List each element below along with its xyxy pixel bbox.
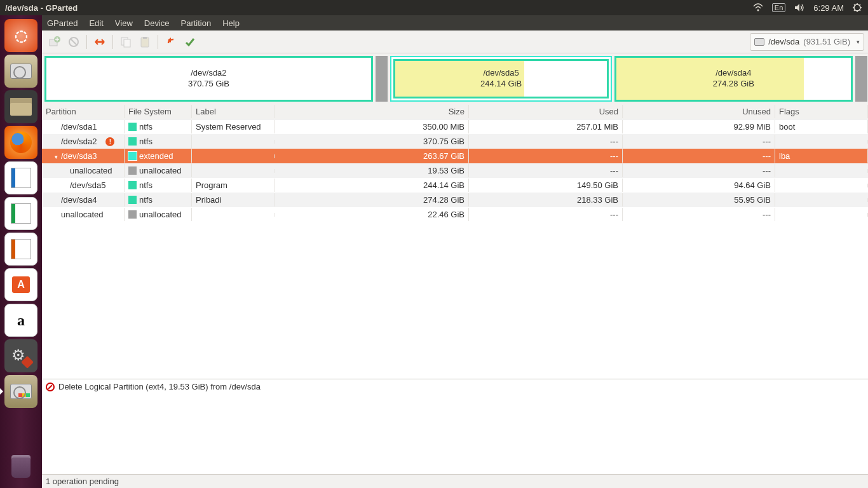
cell-partition: /dev/sda2 <box>61 137 97 146</box>
cell-label <box>192 169 275 173</box>
status-bar: 1 operation pending <box>42 474 868 488</box>
table-row[interactable]: unallocatedunallocated22.46 GiB------ <box>42 207 868 222</box>
cell-flags <box>775 169 868 173</box>
col-label[interactable]: Label <box>192 105 275 118</box>
cell-partition: /dev/sda3 <box>61 151 97 161</box>
cell-used: 149.50 GiB <box>469 179 623 192</box>
cell-filesystem: ntfs <box>139 122 153 132</box>
launcher-disks[interactable] <box>4 55 37 88</box>
menu-device[interactable]: Device <box>144 18 170 28</box>
cell-unused: 92.99 MiB <box>623 120 775 133</box>
warning-icon: ! <box>105 137 114 146</box>
svg-rect-6 <box>124 39 130 47</box>
launcher-impress[interactable] <box>4 233 37 266</box>
cell-filesystem: ntfs <box>139 180 153 190</box>
partition-box-extended[interactable]: /dev/sda5244.14 GiB <box>390 56 612 102</box>
fs-swatch-icon <box>128 166 137 175</box>
toolbar: /dev/sda (931.51 GiB) ▾ <box>42 30 868 53</box>
col-flags[interactable]: Flags <box>775 105 868 118</box>
cell-unused: --- <box>623 149 775 163</box>
svg-rect-8 <box>143 37 147 39</box>
fs-swatch-icon <box>128 196 137 204</box>
launcher-amazon[interactable]: a <box>4 304 37 337</box>
launcher-writer[interactable] <box>4 161 37 194</box>
cell-label <box>192 140 275 144</box>
menu-gparted[interactable]: GParted <box>47 18 78 28</box>
col-partition[interactable]: Partition <box>42 105 125 118</box>
partition-table-header: Partition File System Label Size Used Un… <box>42 104 868 119</box>
cell-used: --- <box>469 149 623 163</box>
device-size: (931.51 GiB) <box>803 37 850 46</box>
table-row[interactable]: /dev/sda4ntfsPribadi274.28 GiB218.33 GiB… <box>42 193 868 207</box>
network-icon[interactable] <box>753 3 763 12</box>
delete-partition-button <box>65 33 83 51</box>
launcher-gparted[interactable] <box>4 375 37 408</box>
launcher-software-center[interactable] <box>4 268 37 301</box>
resize-move-button[interactable] <box>91 33 109 51</box>
menu-partition[interactable]: Partition <box>181 18 212 28</box>
partition-box[interactable]: /dev/sda2370.75 GiB <box>44 56 373 102</box>
col-unused[interactable]: Unused <box>623 105 775 118</box>
cell-used: --- <box>469 164 623 177</box>
delete-icon <box>46 383 55 391</box>
status-text: 1 operation pending <box>46 477 119 486</box>
menu-help[interactable]: Help <box>222 18 240 28</box>
launcher-calc[interactable] <box>4 197 37 230</box>
pending-operations: Delete Logical Partition (ext4, 19.53 Gi… <box>42 379 868 474</box>
unity-launcher: ◌ a <box>0 15 42 488</box>
cell-label: Program <box>192 179 275 192</box>
cell-size: 370.75 GiB <box>275 135 469 148</box>
undo-button[interactable] <box>162 33 180 51</box>
col-size[interactable]: Size <box>275 105 469 118</box>
cell-unused: --- <box>623 164 775 177</box>
cell-flags <box>775 198 868 202</box>
cell-flags: lba <box>775 149 868 163</box>
apply-button[interactable] <box>181 33 199 51</box>
cell-flags <box>775 184 868 187</box>
table-row[interactable]: /dev/sda1ntfsSystem Reserved350.00 MiB25… <box>42 119 868 134</box>
device-name: /dev/sda <box>768 37 799 46</box>
expander-icon[interactable]: ▾ <box>55 154 61 160</box>
pending-operation-row[interactable]: Delete Logical Partition (ext4, 19.53 Gi… <box>42 379 868 394</box>
cell-size: 274.28 GiB <box>275 193 469 207</box>
launcher-firefox[interactable] <box>4 126 37 159</box>
cell-used: 257.01 MiB <box>469 120 623 133</box>
volume-icon[interactable] <box>794 3 804 12</box>
launcher-dash[interactable]: ◌ <box>4 19 37 52</box>
table-row[interactable]: /dev/sda5ntfsProgram244.14 GiB149.50 GiB… <box>42 178 868 193</box>
menu-edit[interactable]: Edit <box>89 18 103 28</box>
cell-partition: /dev/sda5 <box>70 180 105 190</box>
menu-view[interactable]: View <box>115 18 133 28</box>
device-selector[interactable]: /dev/sda (931.51 GiB) ▾ <box>750 33 864 51</box>
partition-table-body: /dev/sda1ntfsSystem Reserved350.00 MiB25… <box>42 119 868 222</box>
cell-used: --- <box>469 208 623 221</box>
operation-text: Delete Logical Partition (ext4, 19.53 Gi… <box>58 382 261 391</box>
table-row[interactable]: unallocatedunallocated19.53 GiB------ <box>42 163 868 178</box>
table-row[interactable]: /dev/sda2!ntfs370.75 GiB------ <box>42 134 868 149</box>
partition-size: 274.28 GiB <box>713 79 754 90</box>
fs-swatch-icon <box>128 181 137 189</box>
cell-flags <box>775 140 868 144</box>
cell-size: 263.67 GiB <box>275 149 469 163</box>
partition-box[interactable]: /dev/sda4274.28 GiB <box>614 56 853 102</box>
cell-flags: boot <box>775 120 868 133</box>
col-used[interactable]: Used <box>469 105 623 118</box>
keyboard-layout-indicator[interactable]: En <box>772 3 785 12</box>
cell-filesystem: ntfs <box>139 195 153 205</box>
cell-size: 244.14 GiB <box>275 179 469 192</box>
chevron-down-icon: ▾ <box>857 39 860 45</box>
launcher-files[interactable] <box>4 90 37 123</box>
launcher-trash[interactable] <box>4 450 37 483</box>
cell-size: 350.00 MiB <box>275 120 469 133</box>
cell-filesystem: extended <box>139 151 173 161</box>
launcher-settings[interactable] <box>4 339 37 372</box>
partition-gap <box>376 56 388 102</box>
cell-filesystem: unallocated <box>139 166 182 175</box>
cell-partition: unallocated <box>61 210 104 219</box>
col-filesystem[interactable]: File System <box>125 105 192 118</box>
cell-partition: unallocated <box>70 166 112 175</box>
table-row[interactable]: ▾/dev/sda3extended263.67 GiB------lba <box>42 149 868 163</box>
session-icon[interactable] <box>853 3 862 12</box>
toolbar-separator <box>158 35 158 49</box>
clock[interactable]: 6:29 AM <box>813 3 844 13</box>
